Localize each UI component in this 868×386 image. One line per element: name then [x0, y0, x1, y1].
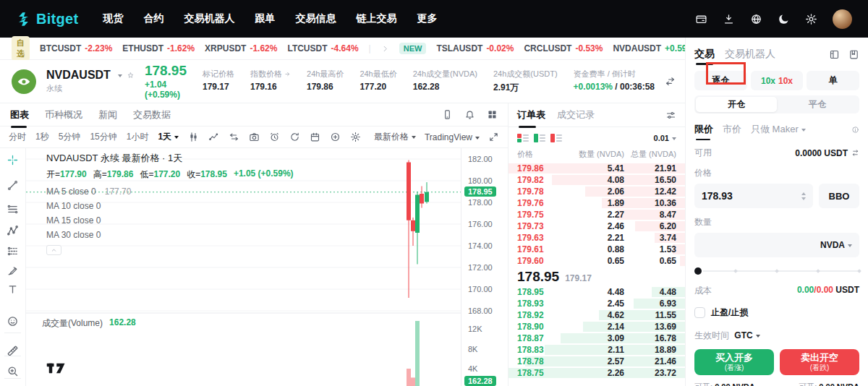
trendline-icon[interactable]	[7, 179, 19, 192]
interval-分时[interactable]: 分时	[9, 131, 26, 143]
brush-icon[interactable]	[7, 265, 19, 277]
wallet-icon[interactable]	[695, 13, 707, 25]
indicators-icon[interactable]	[208, 132, 219, 142]
fib-icon[interactable]	[7, 203, 19, 215]
chart-tab-2[interactable]: 新闻	[98, 108, 117, 121]
favorites-badge[interactable]: 自选	[12, 36, 30, 61]
ob-mode-both-icon[interactable]	[517, 134, 529, 142]
gear-icon[interactable]	[805, 13, 817, 25]
ask-row[interactable]: 179.824.0816.50	[509, 174, 685, 186]
link-arrow-icon[interactable]	[284, 71, 291, 77]
ticker-item-CRCLUSDT[interactable]: CRCLUSDT-0.53%	[524, 43, 603, 53]
mobile-icon[interactable]	[442, 109, 453, 120]
quantity-slider[interactable]	[694, 267, 859, 275]
nav-item-3[interactable]: 跟单	[255, 12, 275, 25]
position-mode-button[interactable]: 单	[807, 71, 859, 90]
text-icon[interactable]	[7, 283, 19, 296]
ticker-item-TSLAUSDT[interactable]: TSLAUSDT-0.02%	[436, 43, 514, 53]
nav-item-4[interactable]: 交易信息	[295, 12, 336, 25]
moon-icon[interactable]	[778, 13, 790, 25]
bid-row[interactable]: 178.832.1118.89	[509, 344, 685, 356]
pattern-icon[interactable]	[7, 225, 19, 237]
ask-row[interactable]: 179.610.881.53	[509, 244, 685, 255]
emoji-icon[interactable]	[7, 315, 19, 327]
bid-row[interactable]: 178.954.484.48	[509, 286, 685, 298]
panel-guide-icon[interactable]	[848, 49, 859, 60]
chart-tab-1[interactable]: 币种概况	[45, 108, 82, 121]
trade-tab-1[interactable]: 交易机器人	[725, 48, 775, 61]
sell-open-short-button[interactable]: 卖出开空(看跌)	[780, 349, 859, 375]
ask-row[interactable]: 179.865.4121.91	[509, 163, 685, 174]
nav-item-0[interactable]: 现货	[103, 12, 123, 25]
quantity-unit-select[interactable]: NVDA	[820, 240, 852, 250]
chevron-right-icon[interactable]	[381, 45, 389, 53]
order-type-tab-0[interactable]: 限价	[694, 123, 713, 136]
globe-icon[interactable]	[750, 13, 762, 25]
replay-icon[interactable]	[289, 132, 300, 142]
expand-icon[interactable]	[488, 132, 499, 142]
buy-open-long-button[interactable]: 买入开多(看涨)	[694, 349, 774, 375]
apps-grid-icon[interactable]	[487, 109, 498, 120]
tif-value[interactable]: GTC	[734, 330, 752, 340]
ob-mode-asks-icon[interactable]	[550, 134, 562, 142]
bid-row[interactable]: 178.902.1413.69	[509, 321, 685, 333]
ticker-item-LTCUSDT[interactable]: LTCUSDT-4.64%	[287, 43, 358, 53]
price-mode-select[interactable]: 最新价格	[374, 131, 416, 143]
orderbook-tab-1[interactable]: 成交记录	[557, 108, 595, 121]
ob-mode-bids-icon[interactable]	[534, 134, 545, 142]
calendar-icon[interactable]	[310, 132, 320, 142]
nav-item-1[interactable]: 合约	[143, 12, 163, 25]
vendor-select[interactable]: TradingView	[425, 132, 480, 142]
favorite-star-icon[interactable]	[127, 72, 135, 80]
alarm-icon[interactable]	[269, 132, 280, 142]
crosshair-icon[interactable]	[7, 154, 19, 166]
nav-item-5[interactable]: 链上交易	[356, 12, 396, 25]
orderbook-layout-icon[interactable]	[665, 110, 676, 121]
bell-icon[interactable]	[464, 109, 475, 120]
ticker-item-NVDAUSDT[interactable]: NVDAUSDT+0.59%	[613, 43, 694, 53]
interval-1秒[interactable]: 1秒	[35, 131, 49, 143]
precision-select[interactable]: 0.01	[654, 134, 676, 142]
chart-tab-3[interactable]: 交易数据	[133, 108, 171, 121]
bitget-logo[interactable]: Bitget	[16, 11, 78, 27]
order-type-tab-1[interactable]: 市价	[723, 123, 741, 136]
chart-tab-0[interactable]: 图表	[10, 108, 29, 121]
transfer-icon[interactable]	[851, 149, 859, 157]
user-avatar[interactable]	[833, 9, 852, 29]
ask-row[interactable]: 179.632.213.74	[509, 232, 685, 244]
bid-row[interactable]: 178.782.5721.46	[509, 356, 685, 367]
download-icon[interactable]	[723, 13, 735, 25]
panel-collapse-icon[interactable]	[665, 76, 676, 87]
ask-row[interactable]: 179.600.650.65	[509, 255, 685, 267]
position-icon[interactable]	[7, 245, 19, 257]
trade-tab-0[interactable]: 交易	[694, 48, 715, 61]
ask-row[interactable]: 179.732.466.20	[509, 220, 685, 232]
symbol-name-block[interactable]: NVDAUSDT 永续	[46, 69, 135, 94]
candle-style-icon[interactable]	[188, 132, 199, 142]
orderbook-tab-0[interactable]: 订单表	[517, 108, 545, 121]
interval-15分钟[interactable]: 15分钟	[90, 131, 116, 143]
bbo-button[interactable]: BBO	[819, 184, 859, 208]
price-axis[interactable]: 182.00180.00178.00176.00174.00172.00170.…	[461, 148, 508, 386]
ticker-item-XRPUSDT[interactable]: XRPUSDT-1.62%	[205, 43, 277, 53]
bid-row[interactable]: 178.752.2623.72	[509, 367, 685, 379]
ticker-item-BTCUSDT[interactable]: BTCUSDT-2.23%	[40, 43, 112, 53]
price-stepper[interactable]	[801, 190, 806, 202]
bid-row[interactable]: 178.873.0916.78	[509, 333, 685, 344]
add-circle-icon[interactable]	[330, 132, 341, 142]
nav-item-2[interactable]: 交易机器人	[184, 12, 234, 25]
slider-tick[interactable]	[857, 269, 861, 273]
zoom-in-icon[interactable]	[7, 365, 19, 377]
ticker-item-ETHUSDT[interactable]: ETHUSDT-1.62%	[122, 43, 195, 53]
leverage-button[interactable]: 10x10x	[751, 71, 804, 90]
ask-row[interactable]: 179.761.8910.36	[509, 197, 685, 209]
symbol-name[interactable]: NVDAUSDT	[46, 69, 111, 82]
bid-row[interactable]: 178.924.6211.55	[509, 309, 685, 321]
time-in-force-row[interactable]: 生效时间 GTC	[694, 330, 859, 342]
price-input[interactable]: 178.93	[694, 184, 813, 208]
interval-1小时[interactable]: 1小时	[127, 131, 149, 143]
nav-item-6[interactable]: 更多	[417, 12, 437, 25]
ask-row[interactable]: 179.752.278.47	[509, 209, 685, 220]
tpsl-checkbox[interactable]	[694, 307, 705, 318]
side-tab-1[interactable]: 平仓	[777, 97, 858, 112]
